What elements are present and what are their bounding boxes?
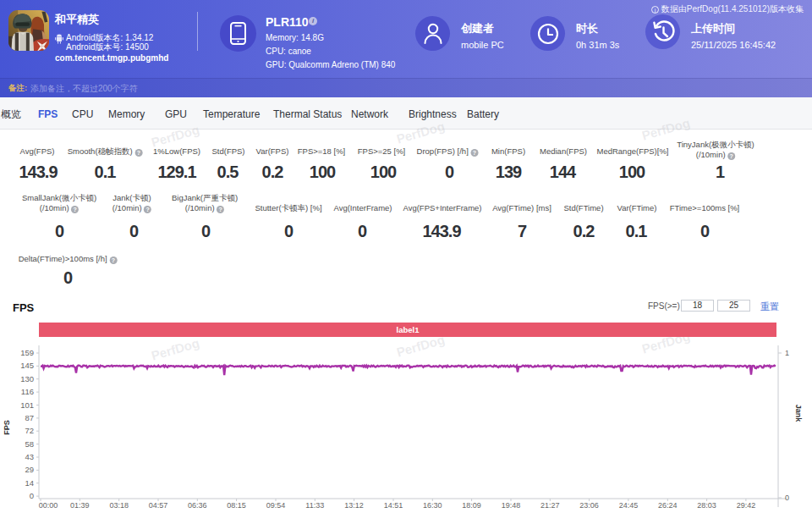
svg-text:145: 145 [20, 361, 34, 370]
svg-text:21:27: 21:27 [540, 501, 560, 510]
svg-text:FPS: FPS [3, 420, 11, 435]
svg-text:101: 101 [20, 400, 34, 410]
svg-text:116: 116 [21, 387, 34, 396]
svg-text:19:48: 19:48 [502, 501, 521, 510]
svg-text:18:09: 18:09 [462, 501, 481, 510]
svg-text:03:18: 03:18 [109, 501, 129, 510]
svg-text:11:33: 11:33 [305, 501, 324, 510]
svg-text:26:24: 26:24 [658, 501, 678, 510]
svg-text:0: 0 [785, 494, 789, 502]
svg-text:08:15: 08:15 [227, 501, 246, 510]
svg-text:29:42: 29:42 [737, 501, 756, 510]
svg-text:43: 43 [25, 452, 34, 461]
svg-text:28:03: 28:03 [697, 501, 716, 510]
svg-text:87: 87 [25, 413, 34, 422]
svg-text:Jank: Jank [794, 405, 803, 423]
svg-text:159: 159 [20, 348, 34, 357]
svg-text:24:45: 24:45 [619, 501, 639, 510]
svg-text:09:54: 09:54 [266, 501, 286, 510]
svg-text:16:30: 16:30 [423, 501, 442, 510]
svg-text:00:00: 00:00 [39, 501, 58, 510]
svg-text:13:12: 13:12 [344, 501, 364, 510]
svg-text:06:36: 06:36 [188, 501, 207, 510]
svg-text:130: 130 [20, 374, 34, 383]
svg-text:04:57: 04:57 [149, 501, 168, 510]
svg-text:29: 29 [25, 465, 34, 474]
svg-text:1: 1 [785, 349, 789, 357]
svg-text:0: 0 [30, 491, 34, 500]
svg-text:23:06: 23:06 [579, 501, 599, 510]
svg-text:14: 14 [25, 478, 34, 488]
svg-text:72: 72 [25, 426, 34, 435]
svg-text:58: 58 [25, 439, 34, 449]
svg-text:01:39: 01:39 [70, 501, 90, 510]
svg-text:14:51: 14:51 [384, 501, 403, 510]
